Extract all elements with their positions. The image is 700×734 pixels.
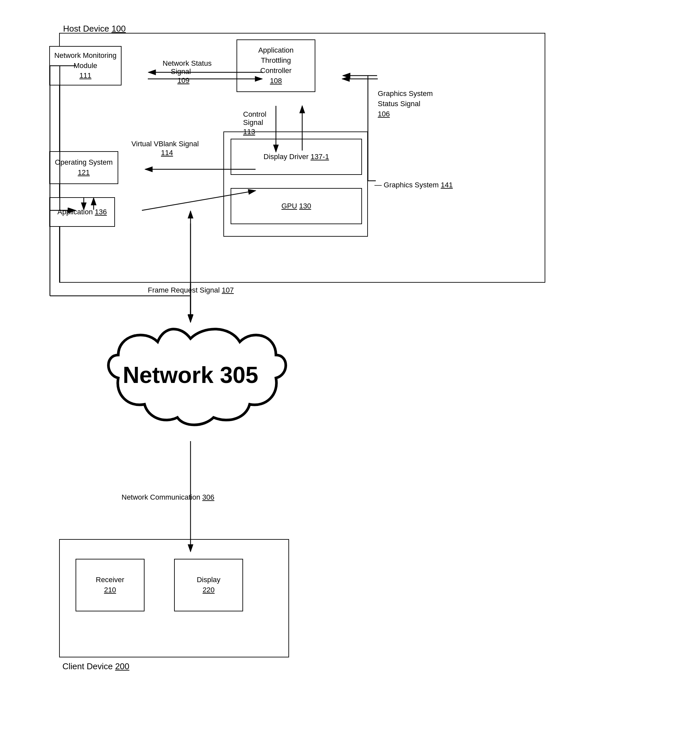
receiver-number: 210 (104, 586, 116, 594)
os-box: Operating System121 (49, 151, 118, 184)
gs-box: Display Driver 137-1 GPU 130 (224, 131, 368, 237)
network-comm-label: Network Communication 306 (122, 493, 214, 502)
dd-label: Display Driver 137-1 (263, 153, 329, 161)
app-label: Application 136 (57, 208, 107, 216)
host-device-number: 100 (111, 24, 125, 34)
dd-box: Display Driver 137-1 (231, 139, 362, 175)
gpu-number: 130 (299, 202, 312, 210)
gsss-number: 106 (378, 110, 390, 118)
nmm-box: Network MonitoringModule111 (49, 46, 122, 85)
atc-label: ApplicationThrottlingController108 (258, 45, 294, 86)
gpu-text: GPU (281, 202, 297, 210)
atc-box: ApplicationThrottlingController108 (237, 40, 315, 92)
client-device-label: Client Device 200 (62, 661, 129, 672)
network-cloud-svg: Network 305 (92, 322, 289, 441)
atc-number: 108 (270, 77, 282, 85)
graphics-system-label: — Graphics System 141 (375, 181, 453, 189)
receiver-box: Receiver210 (75, 559, 144, 612)
gsss-label: Graphics SystemStatus Signal106 (378, 89, 433, 119)
nmm-number: 111 (79, 71, 92, 80)
nc-number: 306 (202, 493, 215, 501)
receiver-label: Receiver210 (96, 575, 125, 595)
display-number: 220 (203, 586, 215, 594)
frs-number: 107 (222, 286, 234, 294)
host-device-label: Host Device 100 (63, 24, 126, 34)
frame-request-label: Frame Request Signal 107 (148, 286, 234, 295)
gs-number: 141 (441, 181, 453, 189)
app-box: Application 136 (49, 197, 115, 227)
cd-number: 200 (115, 661, 129, 671)
gpu-box: GPU 130 (231, 188, 362, 224)
display-box: Display220 (174, 559, 243, 612)
os-number: 121 (78, 168, 90, 177)
gpu-label: GPU 130 (281, 202, 312, 210)
svg-text:Network 305: Network 305 (123, 362, 258, 388)
display-label: Display220 (197, 575, 221, 595)
os-label: Operating System121 (55, 158, 113, 178)
nmm-label: Network MonitoringModule111 (54, 51, 117, 81)
app-number: 136 (95, 208, 107, 216)
dd-number: 137-1 (310, 153, 329, 161)
